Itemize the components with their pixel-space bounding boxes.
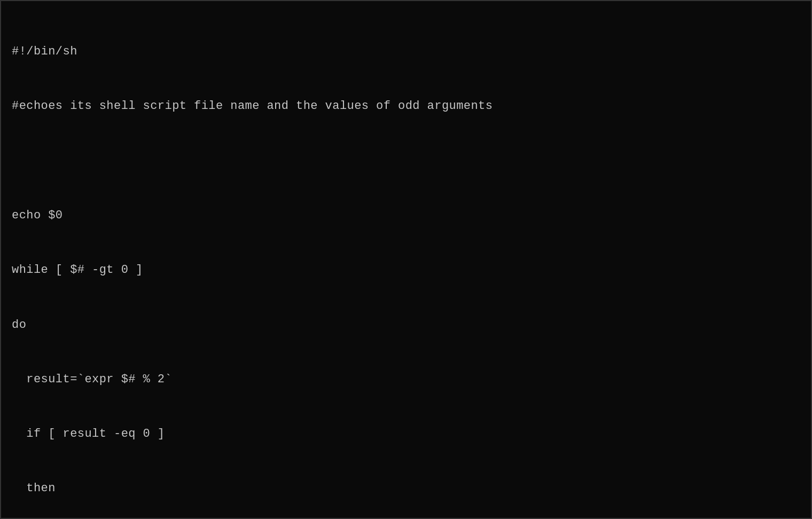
line-5: while [ $# -gt 0 ] [12, 261, 800, 279]
code-content: #!/bin/sh #echoes its shell script file … [12, 6, 800, 519]
line-2: #echoes its shell script file name and t… [12, 97, 800, 115]
line-7: result=`expr $# % 2` [12, 371, 800, 389]
line-9: then [12, 479, 800, 498]
line-3 [12, 152, 800, 170]
line-8: if [ result -eq 0 ] [12, 425, 800, 443]
line-4: echo $0 [12, 207, 800, 225]
editor-window: #!/bin/sh #echoes its shell script file … [0, 0, 812, 519]
line-6: do [12, 316, 800, 334]
line-1: #!/bin/sh [12, 43, 800, 61]
